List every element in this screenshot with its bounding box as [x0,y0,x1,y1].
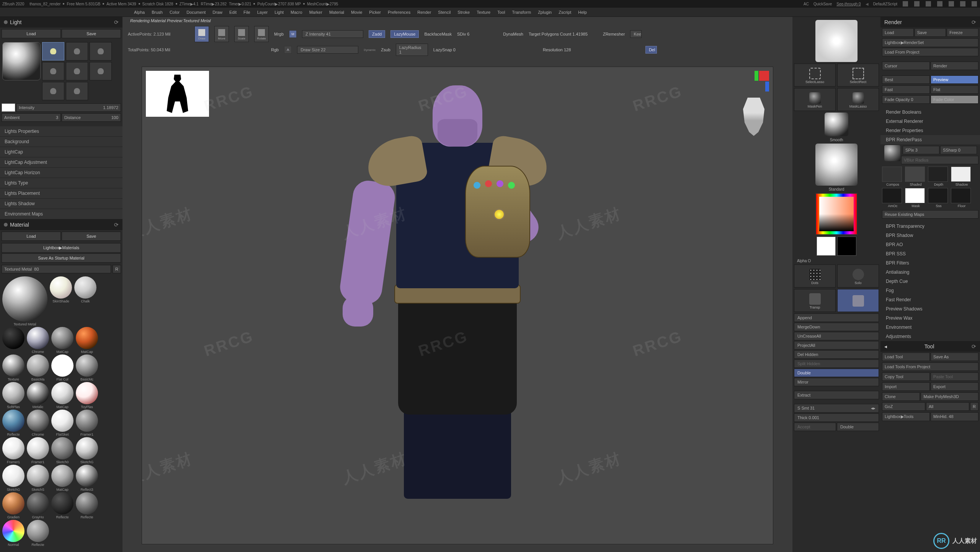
antialiasing[interactable]: Antialiasing [880,268,980,277]
menu-edit[interactable]: Edit [229,10,237,15]
minhid-slider[interactable]: MinHid. 48 [931,412,978,421]
distance-slider[interactable]: Distance100 [62,113,121,122]
menu-color[interactable]: Color [170,10,180,15]
splithidden-button[interactable]: Split Hidden [794,359,879,368]
light-slot[interactable] [66,62,88,80]
light-preview-sphere[interactable] [2,42,41,80]
mask-lasso-button[interactable]: MaskLasso [837,88,879,111]
lazymouse-button[interactable]: LazyMouse [390,30,419,38]
close-icon[interactable] [972,1,977,7]
thick-slider[interactable]: Thick 0.001 [794,413,879,422]
material-item[interactable]: Sketch0 [51,437,74,464]
pass-shadow[interactable]: Shadow [951,167,972,186]
a-toggle[interactable]: A [284,46,292,54]
bpr-ao[interactable]: BPR AO [880,240,980,249]
lightbox-tools-button[interactable]: Lightbox▶Tools [882,412,930,421]
smooth-brush[interactable] [825,113,848,136]
adjustments[interactable]: Adjustments [880,332,980,341]
mat-save-button[interactable]: Save [62,232,121,241]
material-item[interactable]: Chrome [26,410,50,436]
material-item[interactable]: FlatSket [51,410,74,436]
reload-icon[interactable]: ⟳ [972,19,976,25]
material-item[interactable]: SkinShade [49,276,73,326]
double2-button[interactable]: Double [837,423,879,431]
load-from-project-button[interactable]: Load From Project [882,48,978,56]
light-slot[interactable] [90,42,112,60]
append-button[interactable]: Append [794,314,879,322]
menu-marker[interactable]: Marker [309,10,322,15]
material-item[interactable]: Reflect3 [75,465,99,492]
background[interactable]: Background [0,137,122,147]
rgb-label[interactable]: Rgb [271,47,279,52]
render-button[interactable]: Render [931,62,978,70]
menu-help[interactable]: Help [578,10,587,15]
menu-texture[interactable]: Texture [477,10,490,15]
light-header[interactable]: Light ⟳ [0,17,122,28]
zadd-button[interactable]: Zadd [369,30,385,38]
material-item[interactable]: Framer1 [75,410,99,436]
menu-file[interactable]: File [243,10,250,15]
depth-cue[interactable]: Depth Cue [880,277,980,286]
zintensity-slider[interactable]: Z Intensity 41 [302,30,363,38]
material-item[interactable]: Flat Col [51,354,74,381]
pass-compos[interactable]: Compos [882,167,903,186]
lights-placement[interactable]: Lights Placement [0,188,122,199]
resolution-label[interactable]: Resolution 128 [543,47,612,52]
zsub-label[interactable]: Zsub [381,47,390,52]
intensity-slider[interactable]: Intensity1.18972 [16,103,121,112]
reload-icon[interactable]: ⟳ [114,19,119,25]
light-slot[interactable] [42,62,64,80]
accept-button[interactable]: Accept [794,423,836,431]
export-button[interactable]: Export [931,382,978,391]
dots-stroke[interactable]: Dots [794,265,836,287]
select-lasso-button[interactable]: SelectLasso [794,64,836,87]
lightcap-horizon[interactable]: LightCap Horizon [0,168,122,178]
reuse-maps-button[interactable]: Reuse Existing Maps [882,210,978,219]
light-slot[interactable] [66,42,88,60]
zremesher-label[interactable]: ZRemesher [603,32,625,36]
polyframe-button[interactable] [837,289,879,312]
fast-button[interactable]: Fast [882,85,930,94]
save-as-button[interactable]: Save As [931,353,978,361]
menu-icon[interactable] [937,1,942,7]
material-item[interactable]: Framer1 [2,437,25,464]
maximize-icon[interactable] [960,1,965,7]
material-item[interactable]: GrayHo [26,492,50,519]
mat-load-button[interactable]: Load [2,232,61,241]
lightbox-renderset-button[interactable]: Lightbox▶RenderSet [882,38,978,47]
material-item[interactable]: Reflecte [2,410,25,436]
pass-shaded[interactable]: Shaded [905,167,926,186]
axis-gizmo[interactable] [746,71,769,94]
double-button[interactable]: Double [794,369,879,377]
menu-alpha[interactable]: Alpha [134,10,145,15]
color-picker[interactable] [815,193,858,235]
light-slot[interactable] [42,82,64,100]
menu-preferences[interactable]: Preferences [388,10,410,15]
material-item[interactable]: Reflecte [75,492,99,519]
standard-brush-preview[interactable] [815,144,858,186]
fade-color-field[interactable]: Fade Color [931,95,978,104]
material-item[interactable]: SketchS [26,465,50,492]
bpr-transparency[interactable]: BPR Transparency [880,222,980,231]
material-item[interactable]: SketchG [2,465,25,492]
material-item[interactable]: MatCap [51,465,74,492]
mirror-button[interactable]: Mirror [794,378,879,386]
material-item[interactable]: SoftPlas [2,382,25,409]
menu-icon[interactable] [926,1,931,7]
target-poly-label[interactable]: Target Polygons Count 1.41985 [529,32,598,36]
material-header[interactable]: Material ⟳ [0,219,122,230]
mergedown-button[interactable]: MergeDown [794,323,879,331]
draw-tool[interactable]: Draw [194,26,209,42]
menu-tool[interactable]: Tool [497,10,505,15]
select-rect-button[interactable]: SelectRect [837,64,879,87]
material-item[interactable]: MatCap [51,382,74,409]
lightcap-adjustment[interactable]: LightCap Adjustment [0,157,122,168]
polymesh-button[interactable]: Make PolyMesh3D [921,392,978,401]
menu-macro[interactable]: Macro [291,10,302,15]
lazyradius-slider[interactable]: LazyRadius 1 [396,44,428,56]
3d-viewport[interactable]: RRCG RRCG RRCG 人人素材 人人素材 人人素材 RRCG RRCG … [142,67,773,544]
m-toggle[interactable]: M [289,30,297,38]
import-button[interactable]: Import [882,382,930,391]
material-item[interactable]: Chalk [74,276,97,326]
menu-stroke[interactable]: Stroke [457,10,470,15]
